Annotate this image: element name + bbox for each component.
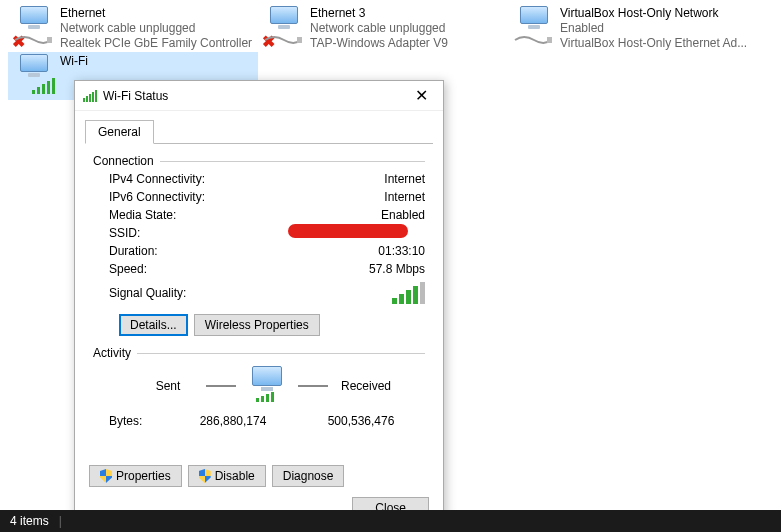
adapter-virtualbox[interactable]: VirtualBox Host-Only Network Enabled Vir… — [508, 4, 758, 52]
redaction-mark — [288, 224, 408, 238]
activity-received-label: Received — [336, 379, 396, 393]
wifi-bars-icon — [83, 90, 97, 102]
bytes-sent-value: 286,880,174 — [169, 414, 297, 428]
wifi-bars-icon — [32, 78, 55, 94]
network-adapter-icon: ✖ — [12, 6, 56, 50]
adapter-desc: VirtualBox Host-Only Ethernet Ad... — [560, 36, 747, 51]
adapter-desc: Realtek PCIe GbE Family Controller — [60, 36, 252, 51]
connection-group-label: Connection — [93, 154, 154, 168]
adapter-status: Network cable unplugged — [310, 21, 448, 36]
adapter-status: Enabled — [560, 21, 747, 36]
ssid-label: SSID: — [109, 226, 140, 240]
activity-computer-icon — [244, 366, 290, 406]
network-adapter-icon: ✖ — [262, 6, 306, 50]
disable-button-label: Disable — [215, 469, 255, 483]
adapter-name: Ethernet — [60, 6, 252, 21]
ipv6-label: IPv6 Connectivity: — [109, 190, 205, 204]
media-state-value: Enabled — [381, 208, 425, 222]
duration-value: 01:33:10 — [378, 244, 425, 258]
wifi-adapter-icon — [12, 54, 56, 98]
statusbar-item-count: 4 items — [10, 514, 49, 528]
activity-line-icon — [298, 385, 328, 387]
shield-icon — [199, 469, 211, 483]
dialog-title: Wi-Fi Status — [103, 89, 401, 103]
network-adapter-icon — [512, 6, 556, 50]
activity-line-icon — [206, 385, 236, 387]
tab-general[interactable]: General — [85, 120, 154, 144]
properties-button[interactable]: Properties — [89, 465, 182, 487]
adapter-name: VirtualBox Host-Only Network — [560, 6, 747, 21]
bytes-received-value: 500,536,476 — [297, 414, 425, 428]
bytes-label: Bytes: — [109, 414, 169, 428]
connection-group: Connection IPv4 Connectivity:Internet IP… — [93, 154, 425, 336]
adapter-ethernet[interactable]: ✖ Ethernet Network cable unplugged Realt… — [8, 4, 258, 52]
svg-rect-1 — [297, 37, 302, 43]
wifi-status-dialog: Wi-Fi Status ✕ General Connection IPv4 C… — [74, 80, 444, 528]
adapter-name: Ethernet 3 — [310, 6, 448, 21]
ipv6-value: Internet — [384, 190, 425, 204]
adapter-status: Network cable unplugged — [60, 21, 252, 36]
svg-rect-2 — [547, 37, 552, 43]
statusbar-separator: | — [59, 514, 62, 528]
dialog-close-button[interactable]: ✕ — [401, 82, 441, 110]
activity-group-label: Activity — [93, 346, 131, 360]
signal-quality-label: Signal Quality: — [109, 286, 186, 300]
speed-label: Speed: — [109, 262, 147, 276]
activity-sent-label: Sent — [138, 379, 198, 393]
shield-icon — [100, 469, 112, 483]
properties-button-label: Properties — [116, 469, 171, 483]
signal-quality-bars-icon — [392, 282, 425, 304]
svg-rect-0 — [47, 37, 52, 43]
dialog-titlebar[interactable]: Wi-Fi Status ✕ — [75, 81, 443, 111]
duration-label: Duration: — [109, 244, 158, 258]
disable-button[interactable]: Disable — [188, 465, 266, 487]
action-button-row: Properties Disable Diagnose — [89, 465, 344, 487]
diagnose-button[interactable]: Diagnose — [272, 465, 345, 487]
adapter-ethernet3[interactable]: ✖ Ethernet 3 Network cable unplugged TAP… — [258, 4, 508, 52]
explorer-statusbar: 4 items | — [0, 510, 781, 532]
media-state-label: Media State: — [109, 208, 176, 222]
details-button[interactable]: Details... — [119, 314, 188, 336]
wireless-properties-button[interactable]: Wireless Properties — [194, 314, 320, 336]
ipv4-label: IPv4 Connectivity: — [109, 172, 205, 186]
ipv4-value: Internet — [384, 172, 425, 186]
activity-group: Activity Sent Received Bytes: 286,880,17… — [93, 346, 425, 428]
adapter-name: Wi-Fi — [60, 54, 88, 69]
dialog-tabstrip: General — [85, 119, 433, 144]
adapter-desc: TAP-Windows Adapter V9 — [310, 36, 448, 51]
speed-value: 57.8 Mbps — [369, 262, 425, 276]
